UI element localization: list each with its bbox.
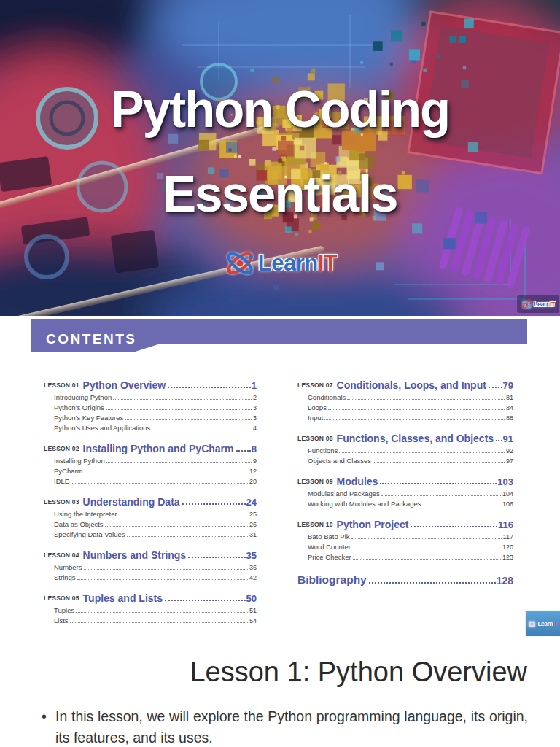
toc-page-number: 79 xyxy=(503,380,513,391)
toc-column-right: LESSON 07Conditionals, Loops, and Input7… xyxy=(298,378,513,667)
toc-section: LESSON 02Installing Python and PyCharm8I… xyxy=(44,441,257,485)
dotted-leader xyxy=(188,557,245,558)
toc-subentry: Functions92 xyxy=(298,444,513,454)
toc-section: LESSON 01Python Overview1Introducing Pyt… xyxy=(44,378,257,432)
dotted-leader xyxy=(152,430,252,430)
toc-section: LESSON 03Understanding Data24Using the I… xyxy=(44,495,257,538)
toc-page-number: 88 xyxy=(506,414,513,422)
toc-page-number: 3 xyxy=(253,404,257,411)
toc-lesson-entry: LESSON 08Functions, Classes, and Objects… xyxy=(298,431,513,444)
toc-page-number: 103 xyxy=(497,476,513,487)
toc-page-number: 1 xyxy=(252,380,257,391)
dotted-leader xyxy=(77,579,248,580)
dotted-leader xyxy=(347,399,505,400)
toc-page-number: 120 xyxy=(502,543,513,551)
learnit-watermark: LearnIT xyxy=(517,295,559,313)
toc-lesson-title: Python Overview xyxy=(83,379,166,391)
atom-icon xyxy=(223,247,257,280)
dotted-leader xyxy=(71,483,248,484)
cover-title-line1: Python Coding xyxy=(9,67,552,152)
toc-page-number: 97 xyxy=(506,457,513,465)
toc-page-number: 36 xyxy=(249,564,257,571)
toc-section: LESSON 04Numbers and Strings35Numbers36S… xyxy=(44,548,257,581)
toc-lesson-entry: LESSON 01Python Overview1 xyxy=(44,378,257,391)
toc-subentry: Data as Objects26 xyxy=(44,518,257,528)
toc-lesson-entry: LESSON 07Conditionals, Loops, and Input7… xyxy=(298,378,513,391)
toc-subentry: Introducing Python2 xyxy=(44,391,257,401)
dotted-leader xyxy=(353,559,501,560)
toc-subentry-label: Input xyxy=(308,414,323,422)
toc-page-number: 128 xyxy=(497,575,513,587)
dotted-leader xyxy=(106,409,252,410)
toc-subentry: Lists54 xyxy=(44,614,257,624)
toc-subentry-label: Objects and Classes xyxy=(308,457,371,465)
toc-lesson-title: Conditionals, Loops, and Input xyxy=(337,379,486,391)
toc-subentry-label: Specifying Data Values xyxy=(54,530,125,538)
toc-lesson-entry: LESSON 03Understanding Data24 xyxy=(44,495,257,508)
toc-lesson-number-label: LESSON 07 xyxy=(298,382,333,391)
toc-lesson-number-label: LESSON 03 xyxy=(44,498,79,508)
dotted-leader xyxy=(76,612,248,613)
toc-lesson-entry: LESSON 04Numbers and Strings35 xyxy=(44,548,257,561)
toc-subentry: Python's Key Features3 xyxy=(44,411,257,422)
toc-subentry-label: Python's Origins xyxy=(54,403,104,411)
toc-subentry-label: Data as Objects xyxy=(54,520,104,528)
cover-title: Python Coding Essentials xyxy=(9,67,552,236)
dotted-leader xyxy=(489,387,502,388)
toc-page-number: 9 xyxy=(253,457,257,465)
dotted-leader xyxy=(236,450,251,452)
toc-subentry: Modules and Packages104 xyxy=(298,487,513,498)
lesson-slide: Lesson 1: Python Overview •In this lesso… xyxy=(0,636,560,747)
toc-subentry: Bato Bato Pik117 xyxy=(298,530,513,541)
dotted-leader xyxy=(113,399,252,400)
toc-section: Bibliography128 xyxy=(298,573,513,587)
dotted-leader xyxy=(84,569,248,570)
toc-page-number: 42 xyxy=(249,574,257,581)
toc-subentry: Using the Interpreter25 xyxy=(44,508,257,518)
logo-wordmark: LearnIT xyxy=(537,620,557,627)
dotted-leader xyxy=(369,582,496,584)
toc-subentry: Python's Origins3 xyxy=(44,401,257,411)
toc-subentry: Tuples51 xyxy=(44,604,257,614)
dotted-leader xyxy=(182,503,246,505)
learnit-badge: LearnIT xyxy=(526,611,560,636)
toc-subentry-label: PyCharm xyxy=(54,467,83,475)
toc-subentry-label: Loops xyxy=(308,403,327,411)
toc-lesson-title: Python Project xyxy=(337,519,409,530)
table-of-contents: LESSON 01Python Overview1Introducing Pyt… xyxy=(44,378,513,667)
toc-page-number: 84 xyxy=(506,404,513,411)
dotted-leader xyxy=(411,526,497,527)
dotted-leader xyxy=(127,536,248,537)
toc-page-number: 92 xyxy=(506,447,513,454)
toc-subentry: Conditionals81 xyxy=(298,391,513,401)
toc-lesson-title: Modules xyxy=(337,476,378,487)
toc-subentry-label: Bato Bato Pik xyxy=(308,533,350,541)
toc-page-number: 117 xyxy=(503,533,513,541)
toc-subentry: Installing Python9 xyxy=(44,454,257,465)
toc-page-number: 20 xyxy=(249,478,257,485)
toc-subentry-label: Using the Interpreter xyxy=(54,510,117,518)
toc-lesson-number-label: LESSON 08 xyxy=(298,435,333,444)
dotted-leader xyxy=(324,419,505,420)
toc-subentry: Loops84 xyxy=(298,401,513,411)
toc-lesson-number-label: LESSON 04 xyxy=(44,551,79,561)
toc-subentry-label: Price Checker xyxy=(308,553,351,561)
toc-lesson-title: Tuples and Lists xyxy=(83,592,163,604)
dotted-leader xyxy=(423,506,501,506)
atom-icon xyxy=(521,299,532,310)
dotted-leader xyxy=(106,462,252,463)
toc-page-number: 50 xyxy=(246,593,257,604)
dotted-leader xyxy=(381,495,501,496)
toc-page-number: 81 xyxy=(506,394,513,401)
toc-lesson-title: Numbers and Strings xyxy=(83,549,187,561)
toc-subentry: Objects and Classes97 xyxy=(298,454,513,465)
toc-page-number: 116 xyxy=(498,519,513,530)
dotted-leader xyxy=(380,483,497,484)
lesson-bullet-item: •In this lesson, we will explore the Pyt… xyxy=(42,706,528,747)
learnit-logo: LearnIT xyxy=(0,247,560,280)
toc-lesson-title: Bibliography xyxy=(298,573,367,587)
toc-lesson-title: Installing Python and PyCharm xyxy=(83,443,234,454)
dotted-leader xyxy=(496,440,502,441)
toc-subentry-label: Tuples xyxy=(54,606,74,614)
dotted-leader xyxy=(351,538,502,539)
